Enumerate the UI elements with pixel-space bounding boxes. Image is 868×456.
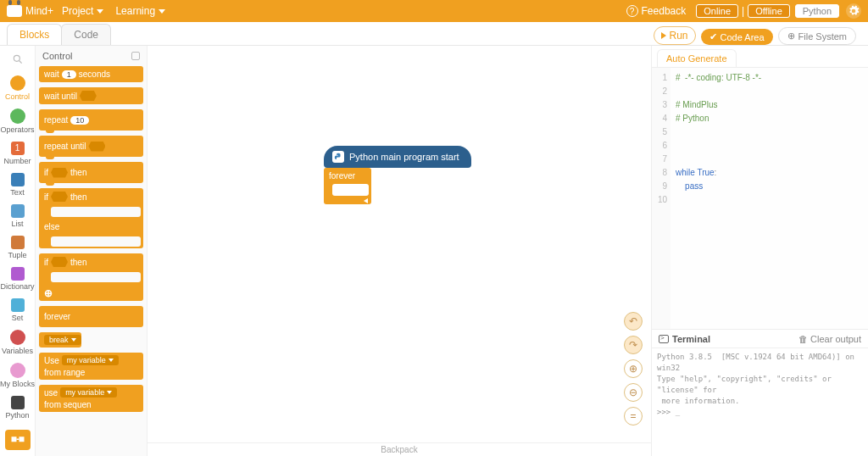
- logo: Mind+: [7, 5, 53, 17]
- code-editor[interactable]: 1 2 3 4 5 6 7 8 9 10 # -*- coding: UTF-8…: [652, 68, 868, 329]
- zoom-in-button[interactable]: ⊕: [624, 359, 643, 378]
- category-tuple[interactable]: Tuple: [0, 233, 35, 264]
- category-text[interactable]: Text: [0, 170, 35, 202]
- block-repeat[interactable]: repeat 10: [39, 109, 143, 131]
- terminal-header: Terminal 🗑 Clear output: [652, 330, 868, 348]
- clear-output-button[interactable]: 🗑 Clear output: [798, 334, 861, 344]
- search-button[interactable]: [9, 51, 26, 68]
- backpack-drawer[interactable]: Backpack: [147, 442, 651, 456]
- block-text: repeat until: [44, 142, 86, 151]
- extensions-button[interactable]: [5, 430, 31, 450]
- brand-text: Mind+: [25, 5, 53, 17]
- mode-online-button[interactable]: Online: [696, 4, 738, 18]
- menu-project[interactable]: Project: [62, 5, 103, 17]
- block-forever[interactable]: forever: [39, 306, 143, 327]
- svg-point-5: [337, 154, 337, 155]
- category-dictionary[interactable]: Dictionary: [0, 264, 35, 296]
- mode-offline-button[interactable]: Offline: [748, 4, 790, 18]
- extensions-icon: [10, 434, 25, 446]
- check-icon: ✔: [709, 31, 717, 42]
- feedback-link[interactable]: ? Feedback: [626, 5, 687, 17]
- block-bool-slot[interactable]: [51, 168, 68, 178]
- palette-header: Control: [39, 51, 143, 66]
- block-dropdown[interactable]: my variable: [60, 387, 117, 398]
- terminal-output[interactable]: Python 3.8.5 [MSC v.1924 64 bit AMD64)] …: [652, 348, 868, 456]
- canvas-controls: ↶ ↷ ⊕ ⊖ =: [624, 312, 643, 425]
- python-icon: [332, 151, 344, 163]
- zoom-reset-button[interactable]: =: [624, 407, 643, 425]
- block-bool-slot[interactable]: [80, 91, 97, 101]
- block-bool-slot[interactable]: [88, 142, 105, 152]
- tab-auto-generate[interactable]: Auto Generate: [657, 49, 737, 67]
- file-system-button[interactable]: ⊕ File System: [778, 27, 856, 45]
- category-label: List: [0, 220, 35, 228]
- block-text: if: [44, 258, 48, 267]
- block-repeat-until[interactable]: repeat until: [39, 136, 143, 157]
- block-if-then[interactable]: if then: [39, 162, 143, 183]
- settings-button[interactable]: [846, 3, 861, 19]
- category-column: Control Operators 1Number Text List Tupl…: [0, 46, 36, 456]
- category-label: Text: [0, 188, 35, 197]
- run-label: Run: [670, 30, 688, 42]
- zoom-out-button[interactable]: ⊖: [624, 383, 643, 402]
- script-stack[interactable]: Python main program start forever: [324, 146, 471, 204]
- logo-icon: [7, 5, 22, 17]
- hat-label: Python main program start: [349, 152, 459, 162]
- terminal-icon: [659, 335, 669, 343]
- tab-blocks[interactable]: Blocks: [7, 24, 62, 45]
- code-area-button[interactable]: ✔ Code Area: [701, 29, 773, 45]
- category-control[interactable]: Control: [0, 73, 35, 106]
- plus-icon[interactable]: ⊕: [44, 287, 53, 299]
- block-c-slot[interactable]: [332, 184, 369, 196]
- script-canvas[interactable]: Python main program start forever ↶ ↷ ⊕ …: [147, 46, 651, 456]
- category-number[interactable]: 1Number: [0, 139, 35, 170]
- category-operators[interactable]: Operators: [0, 106, 35, 139]
- block-input[interactable]: 10: [70, 116, 89, 125]
- menu-project-label: Project: [62, 5, 93, 17]
- block-dropdown[interactable]: break: [44, 335, 81, 345]
- block-input[interactable]: 1: [62, 70, 76, 79]
- code-content: # -*- coding: UTF-8 -*- # MindPlus # Pyt…: [670, 68, 868, 329]
- redo-button[interactable]: ↷: [624, 336, 643, 354]
- block-bool-slot[interactable]: [51, 192, 68, 202]
- menu-learning[interactable]: Learning: [115, 5, 165, 17]
- undo-button[interactable]: ↶: [624, 312, 643, 331]
- block-break[interactable]: break: [39, 332, 81, 348]
- block-text: Use: [44, 356, 59, 365]
- block-bool-slot[interactable]: [51, 257, 68, 267]
- category-label: Number: [0, 157, 35, 165]
- block-if-else[interactable]: if then else: [39, 188, 143, 248]
- circle-plus-icon: ⊕: [787, 31, 795, 42]
- search-icon: [12, 53, 24, 65]
- line-gutter: 1 2 3 4 5 6 7 8 9 10: [652, 68, 670, 329]
- category-variables[interactable]: Variables: [0, 327, 35, 360]
- tab-code[interactable]: Code: [61, 24, 111, 45]
- file-system-label: File System: [798, 31, 847, 42]
- category-python[interactable]: Python: [0, 393, 35, 425]
- language-pill[interactable]: Python: [795, 4, 839, 18]
- block-if-then-plus[interactable]: if then ⊕: [39, 253, 143, 301]
- block-text: seconds: [79, 70, 110, 79]
- block-forever-instance[interactable]: forever: [324, 168, 371, 204]
- view-tab-bar: Blocks Code Run ✔ Code Area ⊕ File Syste…: [0, 22, 868, 46]
- category-my-blocks[interactable]: My Blocks: [0, 360, 35, 393]
- category-set[interactable]: Set: [0, 296, 35, 327]
- top-bar: Mind+ Project Learning ? Feedback Online…: [0, 0, 868, 22]
- gear-icon: [848, 5, 860, 17]
- hat-block-main[interactable]: Python main program start: [324, 146, 471, 168]
- terminal-title: Terminal: [672, 334, 710, 344]
- block-dropdown[interactable]: my variable: [62, 355, 119, 365]
- category-label: Control: [0, 92, 35, 101]
- code-tabs: Auto Generate: [652, 46, 868, 68]
- caret-down-icon: [97, 9, 103, 14]
- pin-icon[interactable]: [131, 52, 140, 60]
- caret-down-icon: [159, 9, 165, 14]
- block-wait-until[interactable]: wait until: [39, 87, 143, 104]
- block-use-range[interactable]: Use my variable from range: [39, 353, 143, 380]
- run-button[interactable]: Run: [654, 26, 696, 45]
- terminal-panel: Terminal 🗑 Clear output Python 3.8.5 [MS…: [652, 329, 868, 456]
- block-wait-seconds[interactable]: wait 1 seconds: [39, 66, 143, 82]
- block-use-sequence[interactable]: use my variable from sequen: [39, 385, 143, 412]
- svg-line-1: [19, 61, 21, 64]
- category-list[interactable]: List: [0, 202, 35, 233]
